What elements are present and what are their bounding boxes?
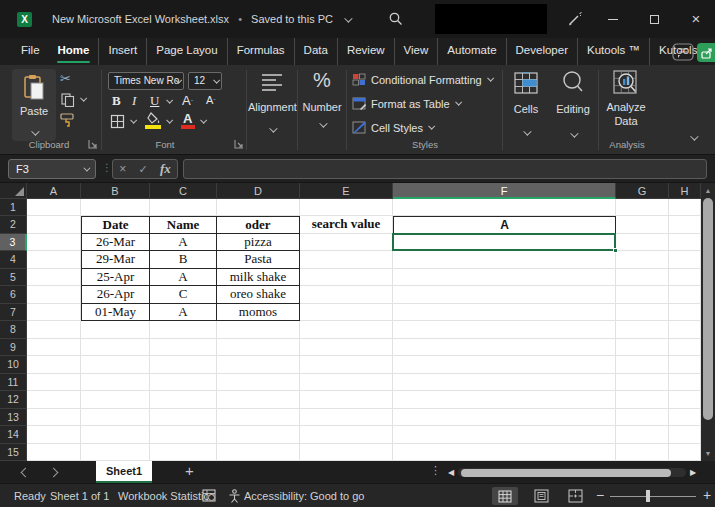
- ribbon-tab-formulas[interactable]: Formulas: [227, 38, 294, 65]
- fill-dropdown-chevron[interactable]: [166, 117, 172, 123]
- copy-icon[interactable]: [61, 93, 75, 107]
- row-header-2[interactable]: 2: [0, 216, 27, 233]
- ribbon-tab-data[interactable]: Data: [294, 38, 337, 65]
- cell-E5[interactable]: [300, 269, 393, 286]
- italic-button[interactable]: I: [132, 93, 136, 109]
- cell-A12[interactable]: [27, 391, 81, 408]
- search-icon[interactable]: [388, 11, 404, 27]
- page-break-view-button[interactable]: [562, 487, 588, 505]
- cell-styles-button[interactable]: Cell Styles: [352, 121, 432, 134]
- cell-F15[interactable]: [393, 444, 616, 461]
- cell-C2[interactable]: Name: [150, 216, 217, 233]
- cell-B13[interactable]: [81, 409, 150, 426]
- cell-C12[interactable]: [150, 391, 217, 408]
- select-all-corner[interactable]: [0, 183, 27, 199]
- underline-dropdown-chevron[interactable]: [166, 97, 172, 103]
- clipboard-dialog-launcher-icon[interactable]: [88, 139, 98, 149]
- cell-H6[interactable]: [669, 286, 701, 303]
- cell-G5[interactable]: [616, 269, 669, 286]
- cell-F5[interactable]: [393, 269, 616, 286]
- cells-group-button[interactable]: Cells: [504, 65, 548, 155]
- enter-icon[interactable]: ✓: [138, 163, 147, 176]
- cell-D3[interactable]: pizza: [217, 234, 300, 251]
- cell-H1[interactable]: [669, 199, 701, 216]
- cell-F7[interactable]: [393, 304, 616, 321]
- cell-E8[interactable]: [300, 321, 393, 338]
- comments-button[interactable]: [672, 43, 694, 61]
- vertical-scrollbar-thumb[interactable]: [703, 198, 713, 420]
- column-header-G[interactable]: G: [616, 183, 669, 199]
- zoom-out-button[interactable]: −: [596, 484, 604, 507]
- cell-G13[interactable]: [616, 409, 669, 426]
- cell-F12[interactable]: [393, 391, 616, 408]
- cell-F8[interactable]: [393, 321, 616, 338]
- cell-C14[interactable]: [150, 426, 217, 443]
- formula-input[interactable]: [183, 159, 707, 179]
- cell-H13[interactable]: [669, 409, 701, 426]
- font-dialog-launcher-icon[interactable]: [234, 139, 244, 149]
- cell-D13[interactable]: [217, 409, 300, 426]
- row-header-1[interactable]: 1: [0, 199, 27, 216]
- cell-B12[interactable]: [81, 391, 150, 408]
- cell-H5[interactable]: [669, 269, 701, 286]
- zoom-slider-track[interactable]: [610, 496, 696, 498]
- ribbon-tab-kutools[interactable]: Kutools ™: [577, 38, 649, 65]
- sheet-options-dots[interactable]: ⋮: [430, 464, 441, 477]
- row-header-12[interactable]: 12: [0, 391, 27, 408]
- row-header-7[interactable]: 7: [0, 304, 27, 321]
- collapse-ribbon-chevron[interactable]: [690, 132, 698, 140]
- cell-G10[interactable]: [616, 356, 669, 373]
- cell-H14[interactable]: [669, 426, 701, 443]
- cell-E14[interactable]: [300, 426, 393, 443]
- cell-A5[interactable]: [27, 269, 81, 286]
- cell-A15[interactable]: [27, 444, 81, 461]
- cell-C5[interactable]: A: [150, 269, 217, 286]
- row-header-5[interactable]: 5: [0, 269, 27, 286]
- cell-C1[interactable]: [150, 199, 217, 216]
- ribbon-tab-home[interactable]: Home: [49, 38, 99, 65]
- cell-F13[interactable]: [393, 409, 616, 426]
- cell-F10[interactable]: [393, 356, 616, 373]
- cut-button[interactable]: ✂: [60, 71, 71, 86]
- cell-F2[interactable]: A: [393, 216, 616, 233]
- cell-D1[interactable]: [217, 199, 300, 216]
- format-as-table-button[interactable]: Format as Table: [352, 97, 459, 110]
- cell-G11[interactable]: [616, 374, 669, 391]
- cell-C3[interactable]: A: [150, 234, 217, 251]
- ribbon-tab-page-layou[interactable]: Page Layou: [146, 38, 226, 65]
- font-color-icon[interactable]: A: [183, 111, 192, 126]
- column-header-H[interactable]: H: [669, 183, 701, 199]
- cell-H12[interactable]: [669, 391, 701, 408]
- cell-C4[interactable]: B: [150, 251, 217, 268]
- horizontal-scrollbar-thumb[interactable]: [461, 469, 671, 477]
- minimize-button[interactable]: [596, 0, 630, 38]
- maximize-button[interactable]: [637, 0, 671, 38]
- saved-status[interactable]: Saved to this PC: [251, 13, 333, 25]
- cell-E7[interactable]: [300, 304, 393, 321]
- column-header-C[interactable]: C: [150, 183, 217, 199]
- ribbon-tab-automate[interactable]: Automate: [437, 38, 505, 65]
- increase-font-button[interactable]: Aˆ: [182, 93, 193, 108]
- fill-color-icon[interactable]: [146, 112, 161, 124]
- hscroll-right-arrow[interactable]: ▶: [690, 468, 696, 477]
- cell-F11[interactable]: [393, 374, 616, 391]
- cell-F14[interactable]: [393, 426, 616, 443]
- ink-pen-icon[interactable]: [566, 11, 584, 27]
- row-header-13[interactable]: 13: [0, 409, 27, 426]
- cell-H3[interactable]: [669, 234, 701, 251]
- cell-B10[interactable]: [81, 356, 150, 373]
- cell-F6[interactable]: [393, 286, 616, 303]
- ribbon-tab-file[interactable]: File: [12, 38, 49, 65]
- row-header-4[interactable]: 4: [0, 251, 27, 268]
- cell-B7[interactable]: 01-May: [81, 304, 150, 321]
- accessibility-status[interactable]: Accessibility: Good to go: [244, 484, 364, 507]
- paste-button[interactable]: Paste: [12, 69, 56, 141]
- column-header-D[interactable]: D: [217, 183, 300, 199]
- cell-A10[interactable]: [27, 356, 81, 373]
- cell-E15[interactable]: [300, 444, 393, 461]
- cell-E3[interactable]: [300, 234, 393, 251]
- cell-H7[interactable]: [669, 304, 701, 321]
- cell-B1[interactable]: [81, 199, 150, 216]
- row-header-10[interactable]: 10: [0, 356, 27, 373]
- cell-A14[interactable]: [27, 426, 81, 443]
